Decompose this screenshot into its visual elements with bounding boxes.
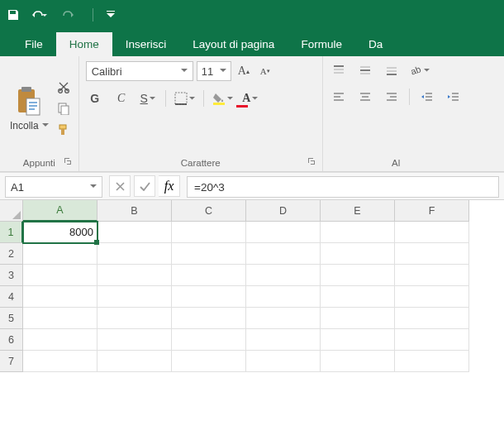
- cell-D3[interactable]: [246, 265, 321, 286]
- dialog-launcher-icon[interactable]: [307, 157, 316, 167]
- decrease-font-size-button[interactable]: A▾: [256, 62, 274, 80]
- cell-F3[interactable]: [395, 265, 469, 286]
- column-header-B[interactable]: B: [97, 200, 172, 222]
- cell-E2[interactable]: [321, 243, 395, 265]
- chevron-down-icon: [220, 69, 226, 74]
- underline-button[interactable]: S: [139, 89, 157, 108]
- save-icon[interactable]: [7, 8, 20, 22]
- cell-E6[interactable]: [321, 329, 395, 351]
- cell-D6[interactable]: [246, 329, 321, 351]
- cell-B6[interactable]: [97, 329, 172, 351]
- cell-D7[interactable]: [246, 351, 321, 372]
- cell-F4[interactable]: [395, 286, 469, 308]
- column-header-A[interactable]: A: [23, 200, 97, 222]
- align-top-button[interactable]: [330, 61, 348, 79]
- row-header-3[interactable]: 3: [0, 265, 23, 286]
- fill-color-button[interactable]: [212, 89, 233, 108]
- orientation-button[interactable]: ab: [409, 61, 430, 79]
- cell-A3[interactable]: [23, 265, 97, 286]
- cell-E4[interactable]: [321, 286, 395, 308]
- borders-button[interactable]: [174, 89, 195, 108]
- cell-A6[interactable]: [23, 329, 97, 351]
- name-box[interactable]: A1: [5, 176, 102, 198]
- column-header-E[interactable]: E: [321, 200, 395, 222]
- customize-qat-icon[interactable]: [107, 11, 115, 19]
- tab-insert[interactable]: Inserisci: [112, 32, 180, 56]
- copy-button[interactable]: [55, 100, 72, 117]
- svg-rect-11: [61, 129, 64, 135]
- align-middle-button[interactable]: [356, 61, 374, 79]
- align-right-button[interactable]: [383, 88, 401, 106]
- cell-E3[interactable]: [321, 265, 395, 286]
- select-all-corner[interactable]: [0, 200, 23, 222]
- align-left-button[interactable]: [330, 88, 348, 106]
- cell-D4[interactable]: [246, 286, 321, 308]
- cut-button[interactable]: [55, 79, 72, 95]
- cell-B5[interactable]: [97, 308, 172, 329]
- cell-E1[interactable]: [321, 222, 395, 243]
- paste-button[interactable]: Incolla: [7, 84, 52, 133]
- cell-D2[interactable]: [246, 243, 321, 265]
- row-header-4[interactable]: 4: [0, 286, 23, 308]
- bold-button[interactable]: G: [86, 89, 104, 108]
- cell-E5[interactable]: [321, 308, 395, 329]
- cell-C4[interactable]: [172, 286, 246, 308]
- cell-B2[interactable]: [97, 243, 172, 265]
- row-header-6[interactable]: 6: [0, 329, 23, 351]
- cell-C7[interactable]: [172, 351, 246, 372]
- cell-C6[interactable]: [172, 329, 246, 351]
- increase-indent-button[interactable]: [445, 88, 463, 106]
- cell-C3[interactable]: [172, 265, 246, 286]
- cell-E7[interactable]: [321, 351, 395, 372]
- cell-D5[interactable]: [246, 308, 321, 329]
- cell-B3[interactable]: [97, 265, 172, 286]
- font-name-combobox[interactable]: Calibri: [86, 61, 193, 81]
- cell-A2[interactable]: [23, 243, 97, 265]
- cell-A4[interactable]: [23, 286, 97, 308]
- cell-F5[interactable]: [395, 308, 469, 329]
- tab-data[interactable]: Da: [355, 32, 396, 56]
- tab-page-layout[interactable]: Layout di pagina: [179, 32, 288, 56]
- font-color-swatch: [236, 105, 248, 108]
- cell-A1[interactable]: 8000: [23, 222, 97, 243]
- row-header-7[interactable]: 7: [0, 351, 23, 372]
- cell-F6[interactable]: [395, 329, 469, 351]
- cell-F7[interactable]: [395, 351, 469, 372]
- tab-file[interactable]: File: [12, 32, 56, 56]
- cell-A7[interactable]: [23, 351, 97, 372]
- worksheet-grid[interactable]: A B C D E F 1 8000 2 3 4 5 6 7: [0, 200, 504, 372]
- cell-B4[interactable]: [97, 286, 172, 308]
- column-header-C[interactable]: C: [172, 200, 246, 222]
- align-bottom-button[interactable]: [383, 61, 401, 79]
- row-header-2[interactable]: 2: [0, 243, 23, 265]
- row-header-1[interactable]: 1: [0, 222, 23, 243]
- tab-home[interactable]: Home: [56, 32, 112, 56]
- group-font-label: Carattere: [181, 158, 221, 168]
- cell-A5[interactable]: [23, 308, 97, 329]
- row-header-5[interactable]: 5: [0, 308, 23, 329]
- column-header-F[interactable]: F: [395, 200, 469, 222]
- column-header-D[interactable]: D: [246, 200, 321, 222]
- formula-input[interactable]: [187, 176, 499, 198]
- cell-C5[interactable]: [172, 308, 246, 329]
- font-size-combobox[interactable]: 11: [197, 61, 231, 81]
- dialog-launcher-icon[interactable]: [64, 157, 72, 167]
- group-font: Calibri 11 A▴ A▾ G C S: [79, 56, 323, 171]
- cell-B1[interactable]: [97, 222, 172, 243]
- decrease-indent-button[interactable]: [418, 88, 436, 106]
- align-center-button[interactable]: [356, 88, 374, 106]
- cell-F1[interactable]: [395, 222, 469, 243]
- cell-F2[interactable]: [395, 243, 469, 265]
- cancel-formula-button[interactable]: [109, 175, 131, 197]
- insert-function-button[interactable]: fx: [159, 175, 180, 197]
- increase-font-size-button[interactable]: A▴: [235, 62, 253, 80]
- cell-C2[interactable]: [172, 243, 246, 265]
- cell-D1[interactable]: [246, 222, 321, 243]
- undo-button[interactable]: [31, 8, 50, 22]
- cell-B7[interactable]: [97, 351, 172, 372]
- format-painter-button[interactable]: [55, 122, 72, 138]
- italic-button[interactable]: C: [112, 89, 131, 108]
- tab-formulas[interactable]: Formule: [288, 32, 355, 56]
- cell-C1[interactable]: [172, 222, 246, 243]
- enter-formula-button[interactable]: [134, 175, 155, 197]
